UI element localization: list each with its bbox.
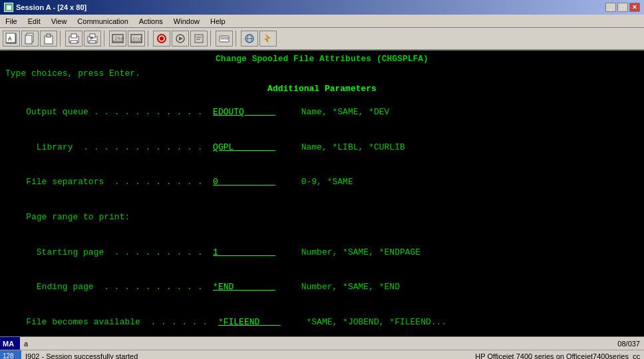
tb-paste[interactable] xyxy=(40,31,57,47)
toolbar-separator-3 xyxy=(148,31,150,47)
toolbar-separator-1 xyxy=(60,31,63,47)
svg-rect-8 xyxy=(71,34,77,38)
tb-display-size2[interactable]: 27x132 xyxy=(128,31,145,47)
menu-window[interactable]: Window xyxy=(171,17,202,26)
menu-view[interactable]: View xyxy=(49,17,70,26)
terminal-screen: Change Spooled File Attributes (CHGSPLFA… xyxy=(0,51,644,336)
svg-marker-23 xyxy=(179,37,183,41)
svg-rect-29 xyxy=(224,37,226,39)
tb-macro[interactable] xyxy=(190,31,208,47)
cursor-position: 08/037 xyxy=(613,340,644,348)
restore-button[interactable]: □ xyxy=(617,3,628,12)
tb-copy[interactable] xyxy=(21,31,39,47)
tb-display-size[interactable]: 24x80 xyxy=(109,31,126,47)
printer-info: HP Officejet 7400 series on Officejet740… xyxy=(471,352,644,360)
menu-bar: File Edit View Communication Actions Win… xyxy=(0,15,644,28)
info-bar: 128 I902 - Session successfully started … xyxy=(0,350,644,359)
tb-lightning[interactable] xyxy=(259,31,277,47)
svg-marker-34 xyxy=(264,34,271,43)
svg-text:P: P xyxy=(90,36,93,41)
menu-file[interactable]: File xyxy=(3,17,20,26)
svg-point-21 xyxy=(160,37,164,41)
svg-rect-9 xyxy=(71,41,77,43)
svg-text:27x132: 27x132 xyxy=(132,37,142,41)
toolbar-separator-2 xyxy=(104,31,106,47)
svg-rect-6 xyxy=(47,34,51,37)
close-button[interactable]: ✕ xyxy=(629,3,640,12)
param-ending-page: Ending page . . . . . . . . . . *END____… xyxy=(5,270,639,305)
svg-text:24x80: 24x80 xyxy=(114,36,124,41)
menu-communication[interactable]: Communication xyxy=(75,17,130,26)
toolbar-separator-5 xyxy=(236,31,238,47)
window-title: Session A - [24 x 80] xyxy=(16,3,86,11)
param-file-separators: File separators . . . . . . . . . 0_____… xyxy=(5,165,639,200)
toolbar-separator-4 xyxy=(210,31,213,47)
svg-text:A: A xyxy=(8,36,12,43)
param-library: Library . . . . . . . . . . . . QGPL____… xyxy=(5,130,639,165)
tb-print2[interactable]: P xyxy=(84,31,101,47)
param-file-available: File becomes available . . . . . . *FILE… xyxy=(5,304,639,336)
mode-indicator: MA xyxy=(0,337,20,350)
svg-rect-30 xyxy=(226,37,228,39)
svg-rect-28 xyxy=(221,37,223,39)
param-starting-page: Starting page . . . . . . . . . 1_______… xyxy=(5,235,639,270)
message-number: 128 xyxy=(0,350,21,359)
param-output-queue: Output queue . . . . . . . . . . . EDOUT… xyxy=(5,95,639,130)
tb-new-session[interactable]: A xyxy=(3,31,20,47)
minimize-button[interactable]: _ xyxy=(605,3,616,12)
menu-help[interactable]: Help xyxy=(208,17,228,26)
tb-map[interactable] xyxy=(216,31,233,47)
terminal-instruction: Type choices, press Enter. xyxy=(5,68,639,80)
toolbar: A P 24x80 27x132 xyxy=(0,28,644,51)
svg-rect-24 xyxy=(195,35,203,43)
menu-actions[interactable]: Actions xyxy=(136,17,166,26)
status-bar: MA a 08/037 xyxy=(0,336,644,350)
tb-print[interactable] xyxy=(65,31,82,47)
app-icon: ▣ xyxy=(4,3,13,12)
section-header: Additional Parameters xyxy=(5,83,639,95)
menu-edit[interactable]: Edit xyxy=(25,17,43,26)
status-message: I902 - Session successfully started xyxy=(21,352,142,360)
session-name: a xyxy=(20,340,32,348)
title-bar: ▣ Session A - [24 x 80] _ □ ✕ xyxy=(0,0,644,15)
tb-record[interactable] xyxy=(153,31,170,47)
param-page-range: Page range to print: xyxy=(5,200,639,235)
tb-globe[interactable] xyxy=(241,31,258,47)
terminal-title: Change Spooled File Attributes (CHGSPLFA… xyxy=(5,53,639,65)
tb-play[interactable] xyxy=(172,31,189,47)
svg-rect-4 xyxy=(25,35,32,44)
